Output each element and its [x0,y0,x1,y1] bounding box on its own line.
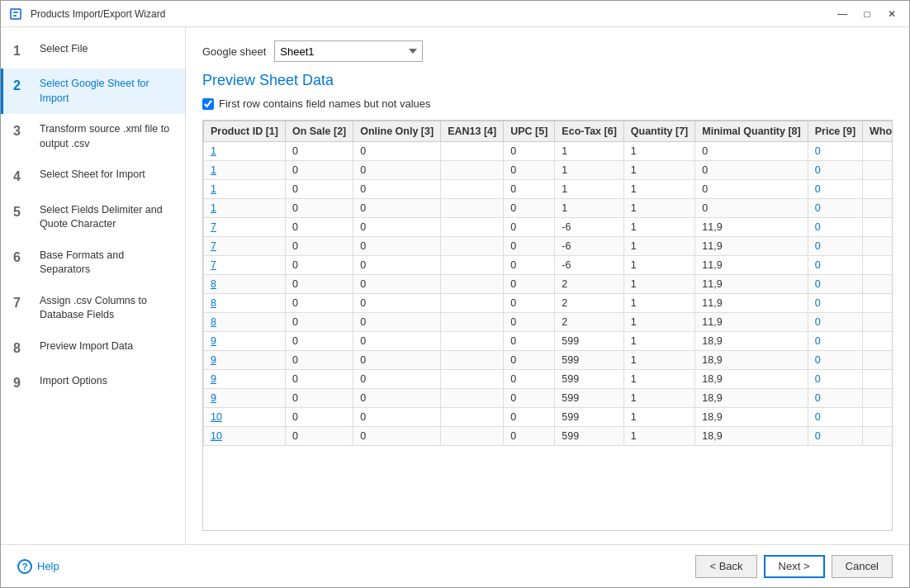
cell-7-7: 11,9 [695,275,808,294]
col-header-8: Price [9] [808,121,862,142]
sidebar-item-3[interactable]: 3 Transform source .xml file to output .… [1,114,185,159]
content-area: Google sheet Sheet1Sheet2Sheet3 Preview … [186,27,909,544]
sidebar-item-8[interactable]: 8 Preview Import Data [1,331,185,366]
cell-12-3 [441,370,504,389]
cell-0-6: 1 [623,142,694,161]
data-table-container[interactable]: Product ID [1]On Sale [2]Online Only [3]… [202,120,893,531]
cell-14-1: 0 [285,408,353,427]
footer-right: < Back Next > Cancel [695,555,893,578]
cell-10-7: 18,9 [695,332,808,351]
cell-3-3 [441,199,504,218]
cell-0-1: 0 [285,142,353,161]
cell-15-9 [863,427,893,446]
cell-5-1: 0 [285,237,353,256]
cell-11-7: 18,9 [695,351,808,370]
back-button[interactable]: < Back [695,555,756,578]
cell-15-8: 0 [808,427,862,446]
sidebar-item-number-5: 5 [13,203,33,221]
cell-2-0: 1 [204,180,286,199]
cell-14-4: 0 [504,408,555,427]
cell-7-2: 0 [353,275,441,294]
cell-4-1: 0 [285,218,353,237]
cell-14-2: 0 [353,408,441,427]
table-row: 10001100 [204,142,893,161]
cell-5-8: 0 [808,237,862,256]
cell-0-9 [863,142,893,161]
table-row: 9000599118,90 [204,389,893,408]
cell-7-6: 1 [623,275,694,294]
col-header-0: Product ID [1] [204,121,286,142]
cell-5-6: 1 [623,237,694,256]
cell-14-3 [441,408,504,427]
cell-9-0: 8 [204,313,286,332]
cell-13-4: 0 [504,389,555,408]
cell-11-6: 1 [623,351,694,370]
table-row: 9000599118,90 [204,332,893,351]
sidebar-item-9[interactable]: 9 Import Options [1,366,185,401]
maximize-button[interactable]: □ [856,3,878,25]
first-row-checkbox[interactable] [202,98,214,110]
next-button[interactable]: Next > [764,555,825,578]
minimize-button[interactable]: — [832,3,853,25]
sidebar-item-label-6: Base Formats and Separators [40,249,175,277]
sidebar-item-2[interactable]: 2 Select Google Sheet for Import [1,69,185,114]
cell-0-4: 0 [504,142,555,161]
cell-3-9 [863,199,893,218]
cell-14-0: 10 [204,408,286,427]
sidebar-item-number-3: 3 [13,122,33,140]
sidebar-item-7[interactable]: 7 Assign .csv Columns to Database Fields [1,286,185,331]
cell-8-4: 0 [504,294,555,313]
table-row: 10000599118,90 [204,427,893,446]
wizard-window: Products Import/Export Wizard — □ ✕ 1 Se… [0,0,910,588]
cell-13-9 [863,389,893,408]
sidebar-item-number-9: 9 [13,374,33,392]
cell-3-2: 0 [353,199,441,218]
cell-5-9 [863,237,893,256]
google-sheet-select[interactable]: Sheet1Sheet2Sheet3 [274,40,423,62]
cell-9-7: 11,9 [695,313,808,332]
cell-12-5: 599 [555,370,623,389]
cell-9-8: 0 [808,313,862,332]
sidebar-item-6[interactable]: 6 Base Formats and Separators [1,240,185,286]
sidebar-item-1[interactable]: 1 Select File [1,34,185,69]
cell-5-0: 7 [204,237,286,256]
cell-6-3 [441,256,504,275]
cell-1-9 [863,161,893,180]
cell-14-7: 18,9 [695,408,808,427]
cell-0-8: 0 [808,142,862,161]
cell-5-5: -6 [555,237,623,256]
cell-2-4: 0 [504,180,555,199]
cell-0-3 [441,142,504,161]
cell-1-7: 0 [695,161,808,180]
cancel-button[interactable]: Cancel [832,555,893,578]
cell-9-6: 1 [623,313,694,332]
col-header-9: Wholesale Price [10] [863,121,893,142]
close-button[interactable]: ✕ [881,3,903,25]
section-title: Preview Sheet Data [202,72,893,89]
cell-2-7: 0 [695,180,808,199]
cell-6-7: 11,9 [695,256,808,275]
cell-10-3 [441,332,504,351]
window-title: Products Import/Export Wizard [31,8,825,20]
cell-10-1: 0 [285,332,353,351]
cell-7-8: 0 [808,275,862,294]
cell-8-3 [441,294,504,313]
sidebar-item-5[interactable]: 5 Select Fields Delimiter and Quote Char… [1,195,185,240]
col-header-2: Online Only [3] [353,121,441,142]
cell-8-7: 11,9 [695,294,808,313]
table-body: 100011001000110010001100100011007000-611… [204,142,893,446]
google-sheet-label: Google sheet [202,45,266,58]
help-icon[interactable]: ? [17,559,32,574]
cell-2-1: 0 [285,180,353,199]
checkbox-row: First row contains field names but not v… [202,97,893,110]
cell-15-5: 599 [555,427,623,446]
cell-2-8: 0 [808,180,862,199]
help-link[interactable]: Help [37,560,59,572]
cell-6-2: 0 [353,256,441,275]
cell-11-0: 9 [204,351,286,370]
cell-11-5: 599 [555,351,623,370]
main-content: 1 Select File 2 Select Google Sheet for … [1,27,909,544]
cell-14-5: 599 [555,408,623,427]
cell-10-5: 599 [555,332,623,351]
sidebar-item-4[interactable]: 4 Select Sheet for Import [1,159,185,194]
